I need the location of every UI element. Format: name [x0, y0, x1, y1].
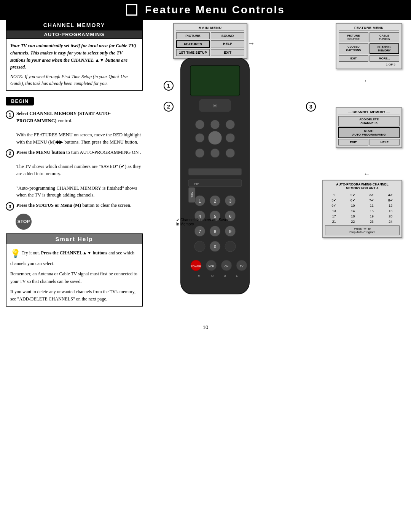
page-title: Feature Menu Controls: [145, 4, 285, 16]
svg-point-5: [210, 120, 220, 129]
ch-10: 10: [344, 203, 362, 208]
ch-21: 21: [325, 219, 343, 224]
svg-text:0: 0: [214, 244, 216, 249]
feature-btn-channel-memory: CHANNELMEMORY: [370, 43, 399, 54]
ch-mem-bottom-row: EXIT HELP: [338, 139, 400, 145]
feature-btn-picture: PICTURESOURCE: [339, 32, 368, 42]
step-2-circle: 2: [6, 149, 14, 158]
feature-btn-cable: CABLETUNING: [370, 32, 399, 42]
svg-point-4: [195, 120, 204, 129]
svg-text:E: E: [236, 274, 238, 278]
ch-6: 6✔: [344, 198, 362, 203]
svg-rect-13: [188, 168, 242, 175]
svg-text:M: M: [213, 104, 217, 108]
auto-programming-header: AUTO-PROGRAMMING: [6, 30, 143, 39]
ch-1: 1: [325, 193, 343, 197]
svg-text:TV: TV: [240, 265, 244, 268]
step-2-content: Press the MENU button to turn AUTO-PROGR…: [16, 149, 143, 199]
ch-mem-screen-title: — CHANNEL MEMORY —: [338, 110, 400, 115]
main-menu-grid: PICTURE SOUND FEATURES HELP 1ST TIME SET…: [176, 32, 244, 56]
svg-point-7: [195, 133, 204, 142]
diagram-step-1-label: 1: [164, 81, 174, 91]
ch-mem-exit: EXIT: [338, 139, 368, 145]
main-menu-screen: — MAIN MENU — PICTURE SOUND FEATURES HEL…: [173, 23, 247, 59]
arrow-down-2: ↓: [363, 173, 371, 176]
page-number: 10: [0, 321, 411, 334]
smart-help-p3: If you want to delete any unwanted chann…: [10, 288, 138, 303]
menu-btn-1st-setup: 1ST TIME SETUP: [176, 49, 210, 56]
arrow-down-1: ↓: [363, 79, 371, 83]
ch-12: 12: [382, 203, 400, 208]
arrow-1: →: [247, 39, 255, 48]
left-column: CHANNEL MEMORY AUTO-PROGRAMMING Your TV …: [6, 20, 143, 317]
feature-menu-title: — FEATURE MENU —: [339, 26, 399, 31]
ch-16: 16: [382, 209, 400, 213]
svg-text:VOL: VOL: [191, 192, 193, 198]
ch-3: 3✔: [363, 193, 381, 197]
svg-text:7: 7: [199, 229, 201, 234]
svg-point-9: [226, 133, 235, 142]
svg-text:PIP: PIP: [194, 182, 199, 185]
channel-memory-header: CHANNEL MEMORY: [6, 20, 143, 30]
main-menu-title: — MAIN MENU —: [176, 26, 244, 31]
ch-22: 22: [344, 219, 362, 224]
svg-text:D: D: [224, 274, 226, 278]
feature-btn-captions: CLOSEDCAPTIONS: [339, 43, 368, 54]
ch-mem-start-auto: STARTAUTO-PROGRAMMING: [338, 127, 400, 138]
smart-help-header: Smart Help: [6, 234, 142, 244]
ch-9: 9✔: [325, 203, 343, 208]
channel-numbers-note: ✔ Channel Numbers are Saved in Memory: [176, 218, 229, 226]
ch-20: 20: [382, 214, 400, 219]
ch-19: 19: [363, 214, 381, 219]
ch-11: 11: [363, 203, 381, 208]
header-square-icon: [126, 4, 137, 16]
auto-prog-title: AUTO-PROGRAMMING CHANNELMEMORY FOR ANT A: [325, 182, 400, 191]
smart-help-p2: Remember, an Antenna or Cable TV signal …: [10, 270, 138, 285]
stop-badge: STOP: [16, 214, 32, 230]
menu-btn-exit: EXIT: [211, 49, 244, 56]
intro-box: Your TV can automatically set itself for…: [6, 39, 143, 91]
remote-control: M PIP 1 2: [169, 58, 261, 302]
step-3: 3 Press the STATUS or Menu (M) button to…: [6, 202, 143, 211]
step-3-content: Press the STATUS or Menu (M) button to c…: [16, 202, 143, 209]
ch-18: 18: [344, 214, 362, 219]
smart-help-box: Smart Help 💡 Try it out. Press the CHANN…: [6, 233, 143, 307]
ch-7: 7✔: [363, 198, 381, 203]
svg-point-8: [208, 131, 222, 145]
svg-text:3: 3: [229, 199, 231, 203]
menu-btn-picture: PICTURE: [176, 32, 210, 39]
auto-prog-screen: AUTO-PROGRAMMING CHANNELMEMORY FOR ANT A…: [322, 180, 402, 238]
channel-memory-menu-screen: — CHANNEL MEMORY — ADD/DELETECHANNELS ST…: [336, 107, 402, 148]
note-text: NOTE: If you went through First Time Set…: [10, 73, 138, 87]
menu-btn-help: HELP: [211, 40, 244, 48]
svg-point-12: [226, 149, 235, 158]
feature-btn-exit: EXIT: [339, 55, 368, 62]
svg-text:POWER: POWER: [191, 265, 201, 268]
page-header: Feature Menu Controls: [0, 0, 411, 20]
svg-text:VCR: VCR: [209, 265, 214, 268]
step-1: 1 Select CHANNEL MEMORY (START AUTO-PROG…: [6, 110, 143, 146]
feature-menu-grid: PICTURESOURCE CABLETUNING CLOSEDCAPTIONS…: [339, 32, 399, 62]
step-1-content: Select CHANNEL MEMORY (START AUTO-PROGRA…: [16, 110, 143, 146]
feature-menu-screen: — FEATURE MENU — PICTURESOURCE CABLETUNI…: [336, 23, 402, 69]
ch-24: 24: [382, 219, 400, 224]
svg-text:8: 8: [214, 229, 216, 234]
ch-23: 23: [363, 219, 381, 224]
svg-text:1: 1: [199, 199, 201, 203]
begin-badge: BEGIN: [6, 97, 34, 105]
ch-15: 15: [363, 209, 381, 213]
ch-4: 4✔: [382, 193, 400, 197]
step-1-circle: 1: [6, 110, 14, 119]
ch-mem-help: HELP: [370, 139, 400, 145]
diagram-step-3-label: 3: [306, 102, 316, 112]
svg-point-34: [194, 241, 205, 252]
stop-auto-btn: Press "M" toStop Auto-Program: [325, 225, 400, 235]
svg-point-11: [210, 149, 220, 158]
menu-btn-sound: SOUND: [211, 32, 244, 39]
svg-text:M: M: [198, 274, 201, 278]
ch-5: 5✔: [325, 198, 343, 203]
ch-13: 13: [325, 209, 343, 213]
step-3-circle: 3: [6, 202, 14, 211]
ch-14: 14: [344, 209, 362, 213]
smart-help-content: 💡 Try it out. Press the CHANNEL▲▼ button…: [6, 244, 142, 306]
